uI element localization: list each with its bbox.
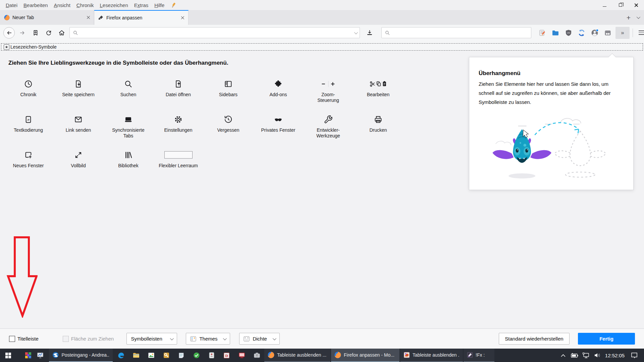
taskbar-app-antivirus[interactable] — [189, 349, 204, 362]
start-button[interactable] — [0, 349, 16, 362]
menu-lesezeichen[interactable]: Lesezeichen — [97, 1, 131, 9]
palette-item-neues-fenster[interactable]: Neues Fenster — [3, 148, 53, 177]
palette-item-suchen[interactable]: Suchen — [103, 77, 153, 106]
taskbar-app-image[interactable] — [144, 349, 159, 362]
taskbar-task-firefox-1[interactable]: Tableiste ausblenden ... — [264, 349, 330, 362]
palette-item-sidebars[interactable]: Sidebars — [203, 77, 253, 106]
palette-item-vollbild[interactable]: Vollbild — [53, 148, 103, 177]
synced-tabs-icon — [124, 115, 133, 124]
menu-ansicht[interactable]: Ansicht — [51, 1, 73, 9]
close-button[interactable] — [628, 0, 644, 10]
taskbar-clock[interactable]: 12:52:05 — [603, 353, 627, 358]
new-tab-button[interactable]: + — [627, 14, 631, 21]
taskbar-app-colorgrid[interactable] — [22, 349, 34, 362]
titlebar-checkbox[interactable] — [9, 336, 15, 342]
url-bar[interactable] — [69, 27, 360, 38]
done-button[interactable]: Fertig — [578, 333, 635, 345]
task-label: !Fx : — [476, 352, 485, 358]
downloads-button[interactable] — [364, 27, 375, 38]
taskbar-task-firefox-active[interactable]: Firefox anpassen - Mo... — [331, 349, 399, 362]
save-page-icon — [74, 79, 83, 88]
titlebar-checkbox-row[interactable]: Titelleiste — [9, 336, 39, 342]
urlbar-dropdown-chevron-icon[interactable] — [354, 30, 358, 34]
overflow-chevrons: » — [621, 29, 624, 36]
palette-item-datei-oeffnen[interactable]: Datei öffnen — [153, 77, 203, 106]
menu-extras[interactable]: Extras — [131, 1, 152, 9]
menu-datei[interactable]: Datei — [3, 1, 20, 9]
avatar-icon — [591, 29, 599, 37]
back-button[interactable] — [3, 27, 15, 39]
restore-defaults-button[interactable]: Standard wiederherstellen — [499, 333, 570, 345]
download-icon — [366, 29, 373, 37]
app-menu-button[interactable] — [636, 27, 644, 38]
palette-item-drucken[interactable]: Drucken — [353, 113, 403, 141]
overflow-panel-title: Überhangmenü — [479, 70, 624, 77]
reload-button[interactable] — [43, 27, 54, 38]
palette-item-privates-fenster[interactable]: Privates Fenster — [253, 113, 303, 141]
tab-neuer-tab[interactable]: Neuer Tab — [0, 10, 94, 25]
palette-item-seite-speichern[interactable]: Seite speichern — [53, 77, 103, 106]
action-center-button[interactable] — [627, 349, 642, 362]
taskbar-app-explorer[interactable] — [128, 349, 144, 362]
tab-firefox-anpassen[interactable]: Firefox anpassen — [94, 10, 189, 25]
menu-hilfe[interactable]: Hilfe — [151, 1, 167, 9]
menu-bearbeiten[interactable]: Bearbeiten — [20, 1, 51, 9]
account-button[interactable] — [589, 27, 600, 38]
palette-item-bearbeiten[interactable]: Bearbeiten — [353, 77, 403, 106]
palette-item-chronik[interactable]: Chronik — [3, 77, 53, 106]
tray-battery[interactable] — [569, 349, 580, 362]
overflow-menu-panel: Überhangmenü Ziehen Sie Elemente hier he… — [469, 57, 634, 190]
pencil-extension-icon[interactable] — [171, 2, 177, 8]
taskbar-app-notes[interactable] — [174, 349, 189, 362]
toolbars-dropdown[interactable]: Symbolleisten — [126, 333, 177, 345]
palette-item-textkodierung[interactable]: æ Textkodierung — [3, 113, 53, 141]
palette-item-zoom-steuerung[interactable]: Zoom-Steuerung — [303, 77, 353, 106]
tab-center-extension-button[interactable] — [602, 27, 613, 38]
overflow-menu-button[interactable]: » — [615, 27, 630, 39]
palette-item-entwickler-werkzeuge[interactable]: Entwickler-Werkzeuge — [303, 113, 353, 141]
palette-item-vergessen[interactable]: Vergessen — [203, 113, 253, 141]
ublock-extension-button[interactable]: UO — [563, 27, 574, 38]
taskbar-app-cards[interactable] — [204, 349, 219, 362]
taskbar-task-editor[interactable]: !Fx : — [464, 349, 494, 362]
taskbar-app-edge[interactable] — [113, 349, 128, 362]
forward-button[interactable] — [17, 27, 28, 38]
addons-icon — [274, 79, 283, 88]
taskbar-task-thunderbird[interactable]: Posteingang - Andrea... — [49, 349, 113, 362]
all-tabs-chevron-icon[interactable] — [637, 15, 640, 19]
tray-network[interactable] — [580, 349, 592, 362]
density-dropdown[interactable]: Dichte — [239, 333, 280, 345]
tab-close-icon[interactable] — [181, 16, 185, 20]
search-input[interactable] — [390, 27, 528, 38]
tray-expand-button[interactable] — [557, 349, 569, 362]
palette-item-bibliothek[interactable]: Bibliothek — [103, 148, 153, 177]
taskbar-task-imageviewer[interactable]: Tableiste ausblenden ... — [400, 349, 463, 362]
taskbar-app-presentation[interactable] — [34, 349, 46, 362]
menu-chronik[interactable]: Chronik — [73, 1, 97, 9]
taskbar-app-datev[interactable]: D — [219, 349, 234, 362]
search-bar[interactable] — [381, 27, 531, 38]
minimize-button[interactable] — [597, 0, 612, 10]
sync-extension-button[interactable] — [576, 27, 587, 38]
palette-item-einstellungen[interactable]: Einstellungen — [153, 113, 203, 141]
themes-dropdown[interactable]: Themes — [186, 333, 230, 345]
taskbar-app-remote[interactable] — [234, 349, 249, 362]
developer-wrench-icon — [324, 115, 333, 124]
palette-item-flexibler-leerraum[interactable]: Flexibler Leerraum — [153, 148, 203, 177]
taskbar-app-camera[interactable] — [249, 349, 264, 362]
bookmarks-button[interactable] — [30, 27, 41, 38]
palette-item-link-senden[interactable]: Link senden — [53, 113, 103, 141]
home-button[interactable] — [56, 27, 67, 38]
palette-item-synchronisierte-tabs[interactable]: Synchronisierte Tabs — [103, 113, 153, 141]
bookmarks-drop-target[interactable]: Lesezeichen-Symbole — [1, 43, 643, 51]
folder-extension-button[interactable] — [550, 27, 561, 38]
maximize-button[interactable] — [612, 0, 628, 10]
tab-close-icon[interactable] — [87, 15, 91, 19]
url-input[interactable] — [78, 27, 354, 38]
dragspace-checkbox-row: Fläche zum Ziehen — [63, 336, 114, 342]
taskbar-app-keepass[interactable] — [159, 349, 174, 362]
tray-volume[interactable] — [592, 349, 603, 362]
notes-extension-button[interactable] — [537, 27, 548, 38]
palette-item-addons[interactable]: Add-ons — [253, 77, 303, 106]
edge-icon — [117, 352, 125, 359]
